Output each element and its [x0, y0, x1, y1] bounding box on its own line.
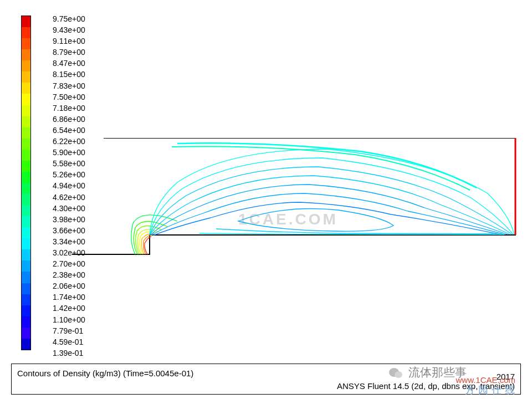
wechat-icon: [388, 367, 403, 382]
figure-root: 9.75e+009.43e+009.11e+008.79e+008.47e+00…: [0, 0, 532, 399]
color-swatch: [22, 127, 30, 139]
color-swatch: [22, 38, 30, 49]
legend-level: 4.59e-01: [53, 336, 85, 347]
color-swatch: [22, 49, 30, 60]
contour-plot: [72, 138, 519, 274]
legend-level: 2.06e+00: [53, 280, 85, 291]
legend-level: 7.50e+00: [53, 91, 85, 103]
color-swatch: [22, 294, 30, 305]
legend-level: 9.75e+00: [53, 13, 85, 24]
legend-level: 7.79e-01: [53, 325, 85, 336]
color-swatch: [22, 339, 30, 350]
color-swatch: [22, 60, 30, 71]
color-swatch: [22, 216, 30, 227]
legend-level: 9.43e+00: [53, 24, 85, 35]
legend-level: 6.54e+00: [53, 125, 85, 136]
color-swatch: [22, 172, 30, 183]
legend-level: 7.18e+00: [53, 103, 85, 114]
color-swatch: [22, 238, 30, 249]
legend-level: 6.86e+00: [53, 114, 85, 125]
legend-level: 9.11e+00: [53, 35, 85, 47]
legend-level: 8.47e+00: [53, 58, 85, 69]
color-swatch: [22, 194, 30, 205]
color-swatch: [22, 105, 30, 116]
watermark-blue: 方 园 仕 线: [465, 383, 515, 397]
color-swatch: [22, 150, 30, 161]
color-swatch: [22, 316, 30, 328]
color-swatch: [22, 139, 30, 150]
legend-level: 8.79e+00: [53, 47, 85, 58]
watermark-cn: 流体那些事: [388, 364, 467, 380]
color-swatch: [22, 249, 30, 260]
color-swatch: [22, 272, 30, 283]
color-swatch: [22, 83, 30, 94]
legend-level: 8.15e+00: [53, 69, 85, 80]
legend-level: 1.42e+00: [53, 303, 85, 314]
color-swatch: [22, 71, 30, 83]
legend-level: 1.74e+00: [53, 291, 85, 303]
color-swatch: [22, 94, 30, 105]
color-swatch: [22, 16, 30, 27]
color-swatch: [22, 328, 30, 339]
svg-point-2: [395, 371, 402, 378]
color-swatch: [22, 161, 30, 172]
color-swatch: [22, 205, 30, 216]
color-swatch: [22, 183, 30, 194]
legend-level: 1.39e-01: [53, 347, 85, 359]
color-swatch: [22, 116, 30, 127]
color-swatch: [22, 283, 30, 294]
color-swatch: [22, 260, 30, 272]
color-swatch: [22, 305, 30, 316]
color-scale: [21, 16, 31, 350]
color-swatch: [22, 27, 30, 38]
legend-level: 7.83e+00: [53, 80, 85, 91]
color-swatch: [22, 227, 30, 238]
legend-level: 1.10e+00: [53, 314, 85, 325]
